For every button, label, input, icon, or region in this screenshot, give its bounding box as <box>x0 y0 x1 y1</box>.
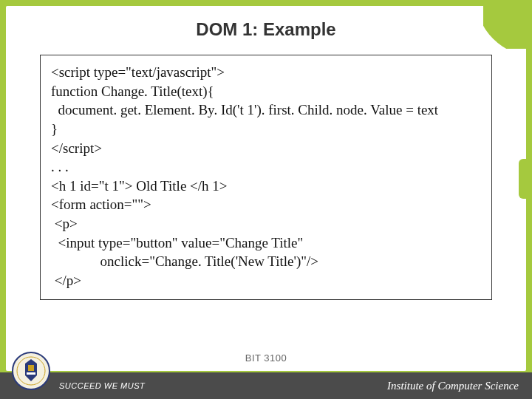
svg-rect-3 <box>27 372 35 375</box>
footer-bar: SUCCEED WE MUST Institute of Computer Sc… <box>0 372 532 399</box>
slide-container: DOM 1: Example <script type="text/javasc… <box>6 6 526 371</box>
slide-title: DOM 1: Example <box>6 6 526 50</box>
code-line: function Change. Title(text){ <box>51 82 481 101</box>
institution-badge-icon <box>12 352 50 390</box>
code-line: <form action=""> <box>51 195 481 214</box>
code-line: <h 1 id="t 1"> Old Title </h 1> <box>51 177 481 196</box>
code-line: . . . <box>51 157 481 177</box>
code-line: </script> <box>51 139 481 158</box>
code-line: <script type="text/javascript"> <box>51 63 481 82</box>
code-line: document. get. Element. By. Id('t 1'). f… <box>51 100 481 120</box>
code-line: <p> <box>51 214 481 233</box>
side-decoration <box>519 159 526 199</box>
footer-motto: SUCCEED WE MUST <box>59 381 145 390</box>
footer-institute: Institute of Computer Science <box>387 380 519 392</box>
code-line: </p> <box>51 271 481 290</box>
code-example-box: <script type="text/javascript"> function… <box>40 55 492 300</box>
course-code-label: BIT 3100 <box>245 352 287 364</box>
code-line: <input type="button" value="Change Title… <box>51 233 481 253</box>
svg-rect-2 <box>28 365 34 371</box>
code-line: onclick="Change. Title('New Title')"/> <box>51 252 481 271</box>
corner-decoration <box>483 6 526 49</box>
code-line: } <box>51 120 481 139</box>
